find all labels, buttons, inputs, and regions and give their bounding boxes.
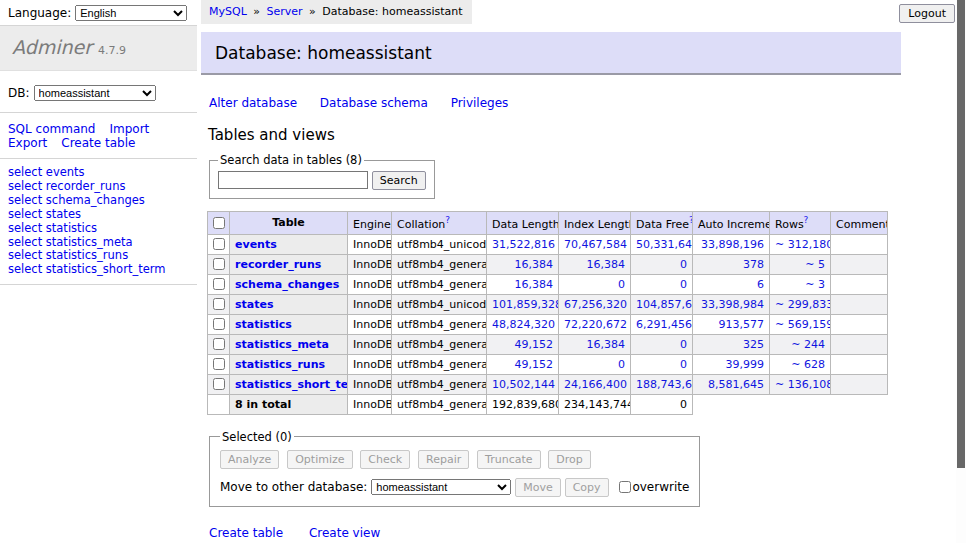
- data-length-link[interactable]: 16,384: [515, 278, 554, 291]
- rows-link[interactable]: ~ 244: [791, 338, 825, 351]
- auto-increment-link[interactable]: 6: [757, 278, 764, 291]
- data-free-link[interactable]: 0: [680, 338, 687, 351]
- data-free-link[interactable]: 6,291,456: [636, 318, 692, 331]
- table-link[interactable]: states: [235, 298, 274, 311]
- collation-help-link[interactable]: ?: [445, 215, 450, 225]
- breadcrumb-server-link[interactable]: Server: [267, 5, 303, 18]
- index-length-link[interactable]: 70,467,584: [564, 238, 627, 251]
- create-view-link[interactable]: Create view: [309, 526, 380, 540]
- index-length-link[interactable]: 0: [618, 278, 625, 291]
- data-free-link[interactable]: 104,857,600: [636, 298, 693, 311]
- data-length-link[interactable]: 48,824,320: [492, 318, 555, 331]
- row-checkbox[interactable]: [213, 318, 225, 330]
- data-free-link[interactable]: 50,331,648: [636, 238, 693, 251]
- auto-increment-link[interactable]: 913,577: [719, 318, 765, 331]
- data-length-link[interactable]: 101,859,328: [492, 298, 559, 311]
- data-length-link[interactable]: 31,522,816: [492, 238, 555, 251]
- row-checkbox[interactable]: [213, 278, 225, 290]
- scrollbar-thumb[interactable]: [957, 0, 965, 468]
- scrollbar-track[interactable]: [956, 0, 966, 543]
- data-length-link[interactable]: 49,152: [515, 338, 554, 351]
- auto-increment-link[interactable]: 8,581,645: [708, 378, 764, 391]
- sidebar-item-select-events[interactable]: select events: [8, 166, 197, 180]
- move-database-select[interactable]: homeassistant: [371, 479, 511, 495]
- table-link[interactable]: schema_changes: [235, 278, 339, 291]
- auto-increment-link[interactable]: 378: [743, 258, 764, 271]
- row-checkbox[interactable]: [213, 378, 225, 390]
- auto-increment-link[interactable]: 39,999: [726, 358, 765, 371]
- data-length-link[interactable]: 49,152: [515, 358, 554, 371]
- sidebar-item-select-statistics-short-term[interactable]: select statistics_short_term: [8, 263, 197, 277]
- cell-comment: [831, 274, 888, 294]
- row-checkbox[interactable]: [213, 238, 225, 250]
- search-input[interactable]: [218, 171, 368, 189]
- index-length-link[interactable]: 67,256,320: [564, 298, 627, 311]
- privileges-link[interactable]: Privileges: [451, 96, 509, 110]
- data-free-link[interactable]: 188,743,680: [636, 378, 693, 391]
- table-row-events: events InnoDB utf8mb4_unicode_ci 31,522,…: [208, 234, 888, 254]
- row-checkbox[interactable]: [213, 258, 225, 270]
- sidebar-item-select-recorder-runs[interactable]: select recorder_runs: [8, 180, 197, 194]
- table-link[interactable]: statistics_short_term: [235, 378, 348, 391]
- index-length-link[interactable]: 16,384: [587, 338, 626, 351]
- table-link[interactable]: statistics_meta: [235, 338, 329, 351]
- sidebar-item-select-statistics[interactable]: select statistics: [8, 222, 197, 236]
- data-length-link[interactable]: 10,502,144: [492, 378, 555, 391]
- sidebar-create-table-link[interactable]: Create table: [61, 136, 135, 150]
- table-link[interactable]: statistics: [235, 318, 292, 331]
- cell-engine: InnoDB: [348, 274, 392, 294]
- sidebar-item-select-statistics-runs[interactable]: select statistics_runs: [8, 249, 197, 263]
- tables-overview-table: Table Engine? Collation? Data Length? In…: [207, 211, 888, 415]
- language-select[interactable]: English: [75, 5, 187, 21]
- database-schema-link[interactable]: Database schema: [320, 96, 428, 110]
- rows-link[interactable]: ~ 312,180: [775, 238, 831, 251]
- alter-database-link[interactable]: Alter database: [209, 96, 297, 110]
- page-title: Database: homeassistant: [201, 32, 901, 75]
- rows-link[interactable]: ~ 569,159: [775, 318, 831, 331]
- index-length-link[interactable]: 16,384: [587, 258, 626, 271]
- cell-collation: utf8mb4_general_ci: [392, 254, 487, 274]
- rows-link[interactable]: ~ 136,108: [775, 378, 831, 391]
- auto-increment-link[interactable]: 33,898,196: [701, 238, 764, 251]
- rows-link[interactable]: ~ 5: [805, 258, 825, 271]
- sidebar-sql-command-link[interactable]: SQL command: [8, 122, 95, 136]
- rows-link[interactable]: ~ 299,833: [775, 298, 831, 311]
- cell-auto-increment: 33,898,196: [693, 234, 770, 254]
- logout-button[interactable]: Logout: [899, 4, 955, 23]
- table-link[interactable]: events: [235, 238, 277, 251]
- row-checkbox[interactable]: [213, 358, 225, 370]
- data-free-help-link[interactable]: ?: [689, 215, 692, 225]
- move-row: Move to other database:homeassistantMove…: [220, 478, 689, 497]
- row-checkbox[interactable]: [213, 298, 225, 310]
- table-total-row: 8 in total InnoDB utf8mb4_general_ci 192…: [208, 394, 888, 414]
- table-link[interactable]: statistics_runs: [235, 358, 325, 371]
- data-length-link[interactable]: 16,384: [515, 258, 554, 271]
- search-button[interactable]: Search: [372, 171, 426, 190]
- overwrite-checkbox[interactable]: [619, 481, 631, 493]
- sidebar-export-link[interactable]: Export: [8, 136, 47, 150]
- breadcrumb-mysql-link[interactable]: MySQL: [209, 5, 247, 18]
- select-all-checkbox[interactable]: [213, 217, 225, 229]
- data-free-link[interactable]: 0: [680, 258, 687, 271]
- sidebar-item-select-statistics-meta[interactable]: select statistics_meta: [8, 236, 197, 250]
- auto-increment-link[interactable]: 325: [743, 338, 764, 351]
- rows-link[interactable]: ~ 628: [791, 358, 825, 371]
- cell-engine: InnoDB: [348, 374, 392, 394]
- sidebar-import-link[interactable]: Import: [109, 122, 149, 136]
- index-length-link[interactable]: 24,166,400: [564, 378, 627, 391]
- cell-rows: ~ 569,159: [770, 314, 831, 334]
- create-table-link[interactable]: Create table: [209, 526, 283, 540]
- rows-help-link[interactable]: ?: [804, 215, 809, 225]
- sidebar-item-select-states[interactable]: select states: [8, 208, 197, 222]
- index-length-link[interactable]: 0: [618, 358, 625, 371]
- row-checkbox[interactable]: [213, 338, 225, 350]
- data-free-link[interactable]: 0: [680, 358, 687, 371]
- selected-buttons-row: Analyze Optimize Check Repair Truncate D…: [220, 450, 689, 469]
- rows-link[interactable]: ~ 3: [805, 278, 825, 291]
- db-select[interactable]: homeassistant: [34, 85, 156, 101]
- sidebar-item-select-schema-changes[interactable]: select schema_changes: [8, 194, 197, 208]
- data-free-link[interactable]: 0: [680, 278, 687, 291]
- index-length-link[interactable]: 72,220,672: [564, 318, 627, 331]
- auto-increment-link[interactable]: 33,398,984: [701, 298, 764, 311]
- table-link[interactable]: recorder_runs: [235, 258, 321, 271]
